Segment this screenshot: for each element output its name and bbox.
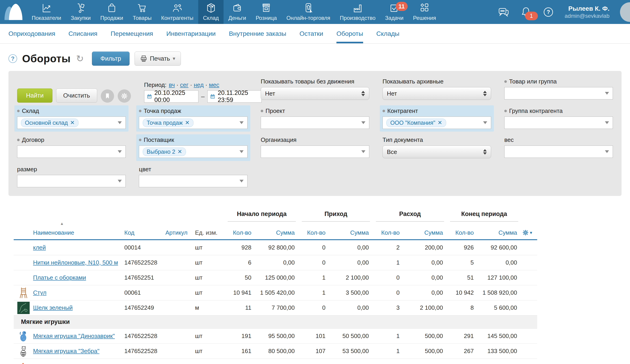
print-button[interactable]: Печать ▾ — [134, 52, 181, 66]
column-header-sum[interactable]: Сумма — [256, 229, 299, 236]
tab-internal-orders[interactable]: Внутренние заказы — [229, 24, 286, 43]
weight-combobox[interactable] — [504, 146, 613, 158]
filter-tag[interactable]: ООО "Компания"✕ — [386, 118, 446, 127]
project-combobox[interactable] — [261, 116, 369, 129]
tab-transfers[interactable]: Перемещения — [111, 24, 153, 43]
remove-tag-icon[interactable]: ✕ — [178, 148, 182, 155]
column-header-qty[interactable]: Кол-во — [299, 229, 330, 236]
date-from-input[interactable]: 20.10.2025 00:00 — [144, 90, 198, 103]
tab-stock[interactable]: Остатки — [300, 24, 323, 43]
find-button[interactable]: Найти — [17, 88, 52, 103]
value-cell: 101 — [299, 332, 330, 340]
product-link[interactable]: Нитки нейлоновые, N10, 500 м — [33, 259, 118, 266]
refresh-icon[interactable]: ↻ — [76, 53, 84, 64]
topbar-item-retail[interactable]: Розница — [251, 0, 282, 24]
topbar-item-warehouse[interactable]: Склад — [198, 0, 224, 24]
page-help-icon[interactable]: ? — [8, 54, 17, 63]
topbar-item-tasks[interactable]: Задачи11 — [380, 0, 408, 24]
notifications-badge: 1 — [525, 12, 538, 20]
filter-button[interactable]: Фильтр — [92, 52, 130, 66]
value-cell: 125 000,00 — [256, 274, 299, 281]
date-to-input[interactable]: 20.11.2025 23:59 — [207, 90, 262, 103]
avatar[interactable] — [620, 2, 630, 22]
calendar-icon — [147, 93, 152, 100]
filter-settings-button[interactable] — [118, 90, 131, 103]
product-link[interactable]: клей — [33, 244, 46, 251]
topbar-item-money[interactable]: Деньги — [224, 0, 251, 24]
field-label: цвет — [139, 166, 151, 173]
help-icon[interactable]: ? — [542, 6, 554, 18]
counterparty-group-combobox[interactable] — [504, 116, 613, 129]
column-header-sum[interactable]: Сумма — [478, 229, 521, 236]
topbar-item-goods[interactable]: Товары — [128, 0, 156, 24]
topbar-item-purchases[interactable]: Закупки — [66, 0, 96, 24]
topbar-item-solutions[interactable]: Решения — [408, 0, 441, 24]
field-label: вес — [504, 136, 514, 144]
tab-receivings[interactable]: Оприходования — [8, 24, 55, 43]
period-link-мес[interactable]: мес — [209, 82, 219, 88]
value-cell: 2 100,00 — [330, 274, 373, 281]
size-combobox[interactable] — [17, 175, 126, 187]
contract-combobox[interactable] — [17, 146, 126, 158]
topbar-item-production[interactable]: Производство — [335, 0, 380, 24]
doc-type-select[interactable]: Все — [382, 146, 491, 158]
column-header-qty[interactable]: Кол-во — [373, 229, 404, 236]
remove-tag-icon[interactable]: ✕ — [438, 120, 442, 126]
filter-tag[interactable]: Основной склад✕ — [21, 118, 78, 127]
period-link-вч[interactable]: вч — [169, 82, 175, 88]
dropdown-icon — [483, 121, 487, 124]
product-link[interactable]: Мягкая игрушка "Динозаврик" — [33, 332, 115, 339]
user-menu[interactable]: Рылеев К. Ф. admin@sevkavlab — [565, 4, 610, 20]
column-header-qty[interactable]: Кол-во — [225, 229, 256, 236]
no-movement-select[interactable]: Нет — [261, 87, 369, 100]
tab-warehouses[interactable]: Склады — [376, 24, 400, 43]
tab-turnovers[interactable]: Обороты — [336, 24, 363, 43]
column-header-code[interactable]: Код — [124, 229, 165, 236]
column-header-article[interactable]: Артикул — [165, 229, 195, 236]
bookmark-button[interactable] — [101, 90, 114, 103]
remove-tag-icon[interactable]: ✕ — [70, 120, 74, 126]
product-link[interactable]: Стул — [33, 289, 46, 296]
product-link[interactable]: Мягкая игрушка "Зебра" — [33, 348, 100, 354]
topbar-item-online-trade[interactable]: Онлайн-торговля — [282, 0, 335, 24]
chart-icon — [41, 3, 52, 13]
supplier-combobox[interactable]: Выбрано 2✕ — [139, 146, 248, 158]
filter-weight: вес — [502, 134, 616, 161]
period-link-нед[interactable]: нед — [194, 82, 204, 88]
clear-button[interactable]: Очистить — [56, 88, 97, 103]
topbar-item-label: Решения — [413, 15, 436, 21]
counterparty-combobox[interactable]: ООО "Компания"✕ — [382, 116, 491, 129]
unit-cell: шт — [195, 274, 225, 281]
warehouse-combobox[interactable]: Основной склад✕ — [17, 116, 126, 129]
product-link[interactable]: Мягкая игрушка "Лисенок" — [33, 363, 105, 364]
moysklad-logo[interactable] — [0, 0, 27, 24]
product-group-combobox[interactable] — [504, 87, 613, 100]
product-link[interactable]: Платье с оборками — [33, 274, 86, 281]
tab-inventories[interactable]: Инвентаризации — [166, 24, 216, 43]
column-header-name[interactable]: ▲ Наименование — [33, 229, 124, 236]
product-link[interactable]: Шелк зеленый — [33, 304, 73, 311]
tab-writeoffs[interactable]: Списания — [68, 24, 98, 43]
color-combobox[interactable] — [139, 175, 248, 187]
archived-select[interactable]: Нет — [382, 87, 491, 100]
period-link-сег[interactable]: сег — [180, 82, 188, 88]
topbar-item-counterparties[interactable]: Контрагенты — [156, 0, 198, 24]
topbar-item-indicators[interactable]: Показатели — [27, 0, 66, 24]
column-header-qty[interactable]: Кол-во — [447, 229, 478, 236]
gear-icon — [522, 230, 528, 236]
pos-combobox[interactable]: Точка продаж✕ — [139, 116, 248, 129]
notifications-bell-icon[interactable]: 1 — [520, 6, 532, 18]
column-settings-button[interactable]: ▾ — [521, 230, 537, 236]
dropdown-icon — [240, 121, 244, 124]
topbar-item-label: Деньги — [228, 15, 246, 21]
bookmark-icon — [104, 92, 111, 100]
column-header-sum[interactable]: Сумма — [404, 229, 447, 236]
filter-tag[interactable]: Выбрано 2✕ — [143, 148, 186, 156]
column-header-sum[interactable]: Сумма — [330, 229, 373, 236]
column-header-unit: Ед. изм. — [195, 229, 225, 236]
topbar-item-sales[interactable]: Продажи — [96, 0, 128, 24]
remove-tag-icon[interactable]: ✕ — [185, 120, 190, 126]
chat-icon[interactable] — [498, 6, 510, 18]
organization-combobox[interactable] — [261, 146, 369, 158]
filter-tag[interactable]: Точка продаж✕ — [143, 118, 194, 127]
